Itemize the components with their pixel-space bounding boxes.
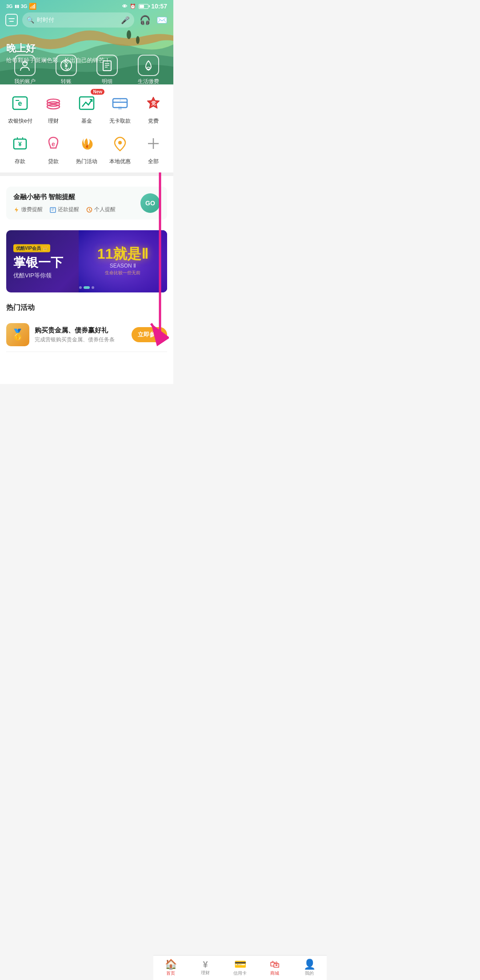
quick-action-life-payment[interactable]: 生活缴费 bbox=[138, 55, 159, 85]
fund-label: 基金 bbox=[81, 117, 92, 125]
network-icon: 3G bbox=[21, 4, 28, 9]
fund-new-badge: New bbox=[91, 89, 104, 95]
search-icon: 🔍 bbox=[27, 16, 34, 24]
deposit-label: 存款 bbox=[15, 158, 25, 165]
service-hot-activity[interactable]: 热门活动 bbox=[72, 132, 101, 165]
personal-reminder-label: 个人提醒 bbox=[94, 206, 116, 213]
hot-activity-label: 热门活动 bbox=[76, 158, 97, 165]
hero-background: 3G ▮▮ 3G 📶 👁 ⏰ 10:57 🔍 时时付 bbox=[0, 0, 173, 89]
transfer-label: 转账 bbox=[61, 78, 72, 85]
svg-marker-29 bbox=[15, 207, 18, 212]
banner-dot-1 bbox=[79, 286, 82, 289]
gold-icon: 🥇 bbox=[11, 328, 24, 341]
quick-pay-icon: e bbox=[8, 92, 32, 115]
time-display: 10:57 bbox=[151, 3, 167, 10]
pink-arrow-svg bbox=[133, 168, 169, 368]
service-cardless[interactable]: ↓ 无卡取款 bbox=[106, 92, 134, 125]
service-quick-pay[interactable]: e 农银快e付 bbox=[6, 92, 34, 125]
signal-icon: 3G bbox=[6, 4, 13, 9]
secretary-items-list: 缴费提醒 还款提醒 bbox=[13, 206, 140, 213]
service-deposit[interactable]: ¥ 存款 bbox=[6, 132, 34, 165]
service-wealth[interactable]: 理财 bbox=[39, 92, 68, 125]
message-button[interactable]: ✉️ bbox=[156, 14, 168, 26]
clock-icon: ⏰ bbox=[130, 4, 136, 9]
service-loan[interactable]: e 贷款 bbox=[39, 132, 68, 165]
deposit-icon: ¥ bbox=[8, 132, 32, 155]
service-fund[interactable]: New 基金 bbox=[72, 92, 101, 125]
wealth-icon bbox=[42, 92, 65, 115]
banner-pagination-dots bbox=[79, 286, 94, 289]
loan-icon: e bbox=[42, 132, 65, 155]
repay-reminder-item[interactable]: 还款提醒 bbox=[50, 206, 79, 213]
activity-desc-text: 完成营银购买贵金属、债券任务条 bbox=[35, 336, 126, 344]
status-right-area: 👁 ⏰ 10:57 bbox=[122, 3, 167, 10]
service-local-deals[interactable]: 本地优惠 bbox=[106, 132, 134, 165]
secretary-left-content: 金融小秘书 智能提醒 缴费提醒 bbox=[13, 193, 140, 213]
svg-point-2 bbox=[136, 36, 140, 44]
life-payment-label: 生活缴费 bbox=[138, 78, 159, 85]
quick-action-transfer[interactable]: ¥ 转账 bbox=[56, 55, 77, 85]
search-bar-area: 🔍 时时付 🎤 🎧 ✉️ bbox=[0, 10, 173, 30]
svg-text:↓: ↓ bbox=[119, 98, 121, 102]
svg-point-3 bbox=[23, 61, 27, 66]
eye-icon: 👁 bbox=[122, 4, 127, 9]
svg-text:¥: ¥ bbox=[18, 140, 22, 148]
wealth-label: 理财 bbox=[48, 117, 59, 125]
clock-small-icon bbox=[86, 207, 92, 213]
quick-pay-label: 农银快e付 bbox=[8, 117, 32, 125]
activity-title-text: 购买贵金属、债券赢好礼 bbox=[35, 326, 126, 335]
svg-rect-7 bbox=[103, 61, 111, 71]
menu-button[interactable] bbox=[5, 14, 18, 26]
status-bar: 3G ▮▮ 3G 📶 👁 ⏰ 10:57 bbox=[0, 0, 173, 12]
all-services-icon bbox=[142, 132, 165, 155]
svg-text:党: 党 bbox=[151, 100, 156, 106]
search-input-box[interactable]: 🔍 时时付 🎤 bbox=[22, 12, 134, 28]
services-card: e 农银快e付 理财 bbox=[0, 84, 173, 384]
banner-dot-3 bbox=[92, 286, 94, 289]
quick-actions-bar: 我的账户 ¥ 转账 bbox=[0, 55, 173, 89]
cardless-label: 无卡取款 bbox=[109, 117, 131, 125]
my-account-label: 我的账户 bbox=[14, 78, 36, 85]
personal-reminder-item[interactable]: 个人提醒 bbox=[86, 206, 116, 213]
statement-label: 明细 bbox=[102, 78, 112, 85]
quick-action-statement[interactable]: 明细 bbox=[96, 55, 118, 85]
mail-icon: ✉️ bbox=[156, 15, 168, 25]
repay-reminder-label: 还款提醒 bbox=[58, 206, 79, 213]
svg-text:e: e bbox=[52, 140, 55, 148]
svg-text:¥: ¥ bbox=[64, 62, 68, 69]
svg-point-26 bbox=[118, 141, 122, 144]
bill-reminder-label: 缴费提醒 bbox=[21, 206, 43, 213]
statement-icon-box bbox=[96, 55, 118, 76]
bill-reminder-item[interactable]: 缴费提醒 bbox=[13, 206, 43, 213]
activity-icon: 🥇 bbox=[6, 323, 29, 346]
transfer-icon-box: ¥ bbox=[56, 55, 77, 76]
service-all[interactable]: 全部 bbox=[139, 132, 168, 165]
headphone-icon: 🎧 bbox=[140, 15, 151, 25]
loan-label: 贷款 bbox=[48, 158, 59, 165]
mic-button[interactable]: 🎤 bbox=[121, 16, 130, 24]
life-payment-icon-box bbox=[138, 55, 159, 76]
cardless-icon: ↓ bbox=[108, 92, 132, 115]
service-party-fee[interactable]: 党 党费 bbox=[139, 92, 168, 125]
customer-service-button[interactable]: 🎧 bbox=[139, 14, 151, 26]
hero-banner: 3G ▮▮ 3G 📶 👁 ⏰ 10:57 🔍 时时付 bbox=[0, 0, 173, 384]
greeting-main-text: 晚上好 bbox=[6, 42, 110, 55]
banner-left-content: 优酷VIP会员 👑 掌银一下 优酷VIP等你领 bbox=[13, 244, 63, 280]
quick-action-my-account[interactable]: 我的账户 bbox=[14, 55, 36, 85]
search-placeholder-text: 时时付 bbox=[37, 16, 54, 24]
service-grid-row1: e 农银快e付 理财 bbox=[0, 84, 173, 128]
hot-activity-icon bbox=[75, 132, 98, 155]
mic-icon: 🎤 bbox=[121, 16, 130, 24]
banner-sub-text: 优酷VIP等你领 bbox=[13, 271, 63, 279]
my-account-icon bbox=[14, 55, 36, 76]
calendar-icon bbox=[50, 207, 56, 213]
local-deals-label: 本地优惠 bbox=[109, 158, 131, 165]
fund-icon: New bbox=[75, 92, 98, 115]
banner-main-text: 掌银一下 bbox=[13, 256, 63, 270]
vip-badge: 优酷VIP会员 👑 bbox=[13, 244, 50, 252]
svg-point-1 bbox=[127, 30, 131, 39]
party-fee-icon: 党 bbox=[142, 92, 165, 115]
banner-dot-2 bbox=[84, 286, 90, 289]
battery-icon bbox=[139, 4, 148, 9]
lightning-icon bbox=[13, 207, 20, 213]
